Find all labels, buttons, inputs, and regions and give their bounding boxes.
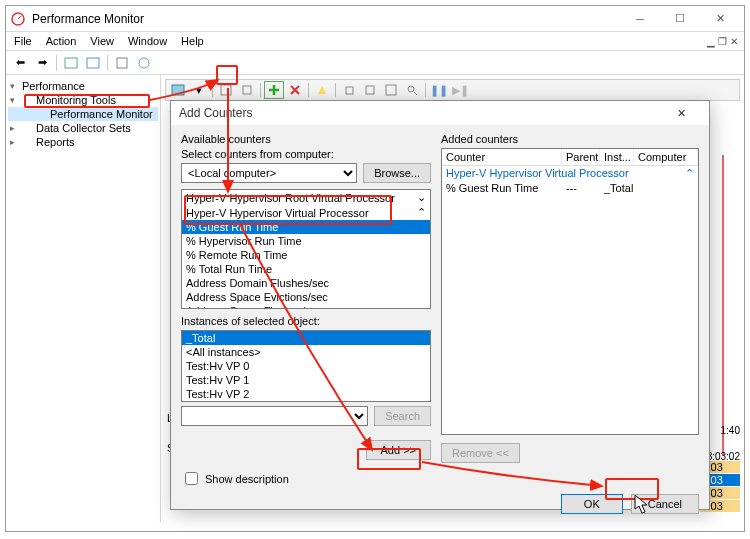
minimize-button[interactable]: ─ — [620, 8, 660, 30]
counter-item[interactable]: % Total Run Time — [182, 262, 430, 276]
perfmon-chart — [720, 105, 740, 475]
menubar: File Action View Window Help — [6, 32, 744, 51]
tree-monitoring-tools[interactable]: ▾Monitoring Tools — [8, 93, 158, 107]
chevron-up-icon: ⌃ — [685, 167, 694, 180]
menu-file[interactable]: File — [14, 35, 32, 47]
counter-group[interactable]: Hyper-V Hypervisor Virtual Processor⌃ — [182, 205, 430, 220]
counter-group-root[interactable]: Hyper-V Hypervisor Root Virtual Processo… — [182, 190, 430, 205]
instance-item-selected[interactable]: _Total — [182, 331, 430, 345]
tree-dcs[interactable]: ▸Data Collector Sets — [8, 121, 158, 135]
copy-icon[interactable] — [339, 81, 359, 99]
paste-icon[interactable] — [360, 81, 380, 99]
instance-item[interactable]: <All instances> — [182, 345, 430, 359]
grid-header: Counter Parent Inst... Computer — [442, 149, 698, 166]
counter-item[interactable]: Address Space Evictions/sec — [182, 290, 430, 304]
add-counters-dialog: Add Counters ✕ Available counters Select… — [170, 100, 710, 510]
perfmon-toolbar: ▾ ❚❚ ▶❚ — [165, 79, 740, 101]
freeze-icon[interactable] — [237, 81, 257, 99]
app-icon — [10, 11, 26, 27]
browse-button[interactable]: Browse... — [363, 163, 431, 183]
counter-item[interactable]: Address Domain Flushes/sec — [182, 276, 430, 290]
added-row[interactable]: % Guest Run Time --- _Total — [442, 181, 698, 195]
svg-rect-3 — [117, 58, 127, 68]
svg-rect-5 — [172, 85, 184, 95]
counter-item-selected[interactable]: % Guest Run Time — [182, 220, 430, 234]
instance-item[interactable]: Test:Hv VP 2 — [182, 387, 430, 401]
counter-item[interactable]: % Hypervisor Run Time — [182, 234, 430, 248]
highlight-icon[interactable] — [312, 81, 332, 99]
added-label: Added counters — [441, 133, 699, 145]
svg-rect-7 — [243, 86, 251, 94]
available-label: Available counters — [181, 133, 431, 145]
chevron-down-icon: ⌄ — [417, 191, 426, 204]
maximize-button[interactable]: ☐ — [660, 8, 700, 30]
cursor-icon — [633, 494, 651, 520]
ok-button[interactable]: OK — [561, 494, 623, 514]
menu-window[interactable]: Window — [128, 35, 167, 47]
svg-rect-1 — [65, 58, 77, 68]
instances-listbox[interactable]: _Total <All instances> Test:Hv VP 0 Test… — [181, 330, 431, 402]
instance-search-combo[interactable] — [181, 406, 368, 426]
dialog-title: Add Counters — [179, 106, 661, 120]
delete-counter-icon[interactable] — [285, 81, 305, 99]
zoom-icon[interactable] — [402, 81, 422, 99]
added-counters-grid: Counter Parent Inst... Computer Hyper-V … — [441, 148, 699, 435]
properties-icon[interactable] — [83, 54, 103, 72]
svg-rect-2 — [87, 58, 99, 68]
svg-rect-9 — [366, 86, 374, 94]
instance-item[interactable]: Test:Hv VP 3 — [182, 401, 430, 402]
instances-label: Instances of selected object: — [181, 315, 431, 327]
col-counter[interactable]: Counter — [442, 149, 562, 165]
view-icon[interactable] — [168, 81, 188, 99]
play-icon[interactable]: ▶❚ — [450, 81, 470, 99]
counter-item[interactable]: Address Space Flushes/sec — [182, 304, 430, 309]
tree-reports[interactable]: ▸Reports — [8, 135, 158, 149]
counter-item[interactable]: % Remote Run Time — [182, 248, 430, 262]
svg-point-11 — [408, 86, 414, 92]
select-computer-label: Select counters from computer: — [181, 148, 431, 160]
computer-select[interactable]: <Local computer> — [181, 163, 357, 183]
instance-item[interactable]: Test:Hv VP 0 — [182, 359, 430, 373]
show-description-checkbox[interactable] — [185, 472, 198, 485]
help-icon[interactable] — [134, 54, 154, 72]
mdi-controls[interactable]: ▁ ❐ ✕ — [707, 36, 738, 47]
add-counter-icon[interactable] — [264, 81, 284, 99]
clear-icon[interactable] — [216, 81, 236, 99]
tree-performance[interactable]: ▾Performance — [8, 79, 158, 93]
tree-perfmon[interactable]: Performance Monitor — [8, 107, 158, 121]
window-title: Performance Monitor — [32, 12, 620, 26]
menu-action[interactable]: Action — [46, 35, 77, 47]
svg-rect-10 — [386, 85, 396, 95]
titlebar: Performance Monitor ─ ☐ ✕ — [6, 6, 744, 32]
mmc-toolbar: ⬅ ➡ — [6, 51, 744, 75]
instance-item[interactable]: Test:Hv VP 1 — [182, 373, 430, 387]
col-computer[interactable]: Computer — [634, 149, 698, 165]
added-group[interactable]: Hyper-V Hypervisor Virtual Processor⌃ — [442, 166, 698, 181]
properties-icon[interactable] — [381, 81, 401, 99]
show-hide-icon[interactable] — [61, 54, 81, 72]
dialog-titlebar: Add Counters ✕ — [171, 101, 709, 125]
svg-rect-6 — [221, 85, 231, 95]
chevron-up-icon: ⌃ — [417, 206, 426, 219]
menu-help[interactable]: Help — [181, 35, 204, 47]
show-description-label: Show description — [205, 473, 289, 485]
counters-listbox[interactable]: Hyper-V Hypervisor Root Virtual Processo… — [181, 189, 431, 309]
pause-icon[interactable]: ❚❚ — [429, 81, 449, 99]
close-button[interactable]: ✕ — [700, 8, 740, 30]
chart-type-icon[interactable]: ▾ — [189, 81, 209, 99]
search-button[interactable]: Search — [374, 406, 431, 426]
back-icon[interactable]: ⬅ — [10, 54, 30, 72]
forward-icon[interactable]: ➡ — [32, 54, 52, 72]
add-button[interactable]: Add >> — [366, 440, 431, 460]
refresh-icon[interactable] — [112, 54, 132, 72]
dialog-close-icon[interactable]: ✕ — [661, 107, 701, 120]
col-inst[interactable]: Inst... — [600, 149, 634, 165]
col-parent[interactable]: Parent — [562, 149, 600, 165]
svg-rect-8 — [346, 87, 353, 94]
menu-view[interactable]: View — [90, 35, 114, 47]
remove-button[interactable]: Remove << — [441, 443, 520, 463]
svg-point-4 — [139, 58, 149, 68]
nav-tree: ▾Performance ▾Monitoring Tools Performan… — [6, 75, 161, 522]
chart-time-dur: 1:40 — [721, 425, 740, 436]
